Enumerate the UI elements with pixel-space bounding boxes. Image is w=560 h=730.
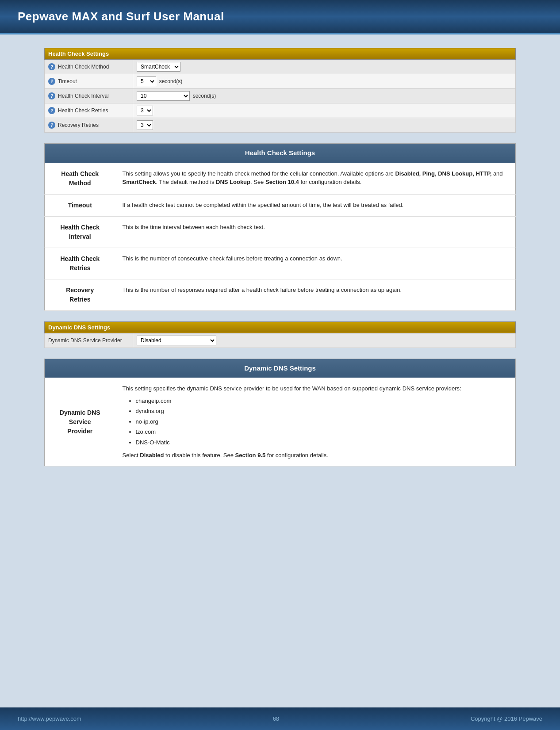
- dns-providers-list: changeip.com dyndns.org no-ip.org tzo.co…: [123, 397, 509, 447]
- health-check-retries-row-label: Health CheckRetries: [45, 248, 115, 279]
- page-footer: http://www.pepwave.com 68 Copyright @ 20…: [0, 707, 560, 730]
- footer-url: http://www.pepwave.com: [18, 715, 81, 722]
- timeout-label: ?Timeout: [45, 74, 133, 89]
- health-check-settings-table: Health Check Settings ?Health Check Meth…: [44, 48, 516, 133]
- heath-check-method-desc: This setting allows you to specify the h…: [115, 163, 516, 194]
- health-check-interval-cell: 10 20 30 second(s): [133, 89, 516, 103]
- recovery-retries-cell: 3 1 2 5: [133, 118, 516, 133]
- recovery-retries-row-label: RecoveryRetries: [45, 279, 115, 310]
- timeout-row-label: Timeout: [45, 194, 115, 216]
- table-row: ?Health Check Retries 3 1 2 5: [45, 103, 516, 118]
- info-row-recovery-retries: RecoveryRetries This is the number of re…: [45, 279, 516, 310]
- table-row: ?Recovery Retries 3 1 2 5: [45, 118, 516, 133]
- health-check-method-cell: SmartCheck Disabled Ping DNS Lookup HTTP: [133, 60, 516, 74]
- info-row-heath-check-method: Heath CheckMethod This setting allows yo…: [45, 163, 516, 194]
- help-icon[interactable]: ?: [48, 92, 55, 99]
- list-item: no-ip.org: [136, 417, 509, 426]
- health-check-interval-label: ?Health Check Interval: [45, 89, 133, 103]
- recovery-retries-desc: This is the number of responses required…: [115, 279, 516, 310]
- list-item: dyndns.org: [136, 407, 509, 416]
- dynamic-dns-info-table: Dynamic DNS Settings Dynamic DNSServiceP…: [44, 359, 516, 466]
- info-row-health-check-interval: Health CheckInterval This is the time in…: [45, 216, 516, 248]
- recovery-retries-select[interactable]: 3 1 2 5: [137, 120, 153, 130]
- page-wrapper: Pepwave MAX and Surf User Manual Health …: [0, 0, 560, 730]
- health-check-method-select[interactable]: SmartCheck Disabled Ping DNS Lookup HTTP: [137, 62, 180, 72]
- help-icon[interactable]: ?: [48, 63, 55, 70]
- timeout-select[interactable]: 5 10 15 20: [137, 76, 156, 86]
- health-check-info-table: Health Check Settings Heath CheckMethod …: [44, 143, 516, 311]
- page-header: Pepwave MAX and Surf User Manual: [0, 0, 560, 34]
- footer-copyright: Copyright @ 2016 Pepwave: [471, 715, 542, 722]
- info-header-row: Health Check Settings: [45, 144, 516, 163]
- dynamic-dns-settings-table: Dynamic DNS Settings Dynamic DNS Service…: [44, 321, 516, 348]
- list-item: changeip.com: [136, 397, 509, 405]
- dns-service-provider-cell: Disabled changeip.com dyndns.org no-ip.o…: [133, 333, 516, 348]
- health-check-settings-title: Health Check Settings: [45, 48, 516, 60]
- recovery-retries-label: ?Recovery Retries: [45, 118, 133, 133]
- dynamic-dns-settings-title: Dynamic DNS Settings: [45, 321, 516, 333]
- info-row-health-check-retries: Health CheckRetries This is the number o…: [45, 248, 516, 279]
- health-check-method-label: ?Health Check Method: [45, 60, 133, 74]
- dns-info-row: Dynamic DNSServiceProvider This setting …: [45, 378, 516, 466]
- page-title: Pepwave MAX and Surf User Manual: [18, 10, 542, 23]
- list-item: DNS-O-Matic: [136, 438, 509, 447]
- dns-info-header-row: Dynamic DNS Settings: [45, 359, 516, 378]
- heath-check-method-label: Heath CheckMethod: [45, 163, 115, 194]
- health-check-interval-select[interactable]: 10 20 30: [137, 91, 190, 101]
- timeout-desc: If a health check test cannot be complet…: [115, 194, 516, 216]
- dns-service-provider-label: Dynamic DNS Service Provider: [45, 333, 133, 348]
- dns-service-provider-row-label: Dynamic DNSServiceProvider: [45, 378, 115, 466]
- dns-service-provider-desc: This setting specifies the dynamic DNS s…: [115, 378, 516, 466]
- health-check-retries-label: ?Health Check Retries: [45, 103, 133, 118]
- health-check-interval-desc: This is the time interval between each h…: [115, 216, 516, 248]
- health-check-info-title: Health Check Settings: [45, 144, 516, 163]
- help-icon[interactable]: ?: [48, 122, 55, 129]
- dns-service-provider-select[interactable]: Disabled changeip.com dyndns.org no-ip.o…: [137, 336, 216, 345]
- health-check-interval-row-label: Health CheckInterval: [45, 216, 115, 248]
- timeout-cell: 5 10 15 20 second(s): [133, 74, 516, 89]
- dns-table-row: Dynamic DNS Service Provider Disabled ch…: [45, 333, 516, 348]
- dynamic-dns-info-title: Dynamic DNS Settings: [45, 359, 516, 378]
- footer-page: 68: [273, 715, 279, 722]
- help-icon[interactable]: ?: [48, 107, 55, 114]
- table-header-row: Health Check Settings: [45, 48, 516, 60]
- help-icon[interactable]: ?: [48, 78, 55, 85]
- table-row: ?Timeout 5 10 15 20 second(s): [45, 74, 516, 89]
- table-row: ?Health Check Interval 10 20 30 second(s…: [45, 89, 516, 103]
- table-row: ?Health Check Method SmartCheck Disabled…: [45, 60, 516, 74]
- info-row-timeout: Timeout If a health check test cannot be…: [45, 194, 516, 216]
- dns-table-header-row: Dynamic DNS Settings: [45, 321, 516, 333]
- health-check-retries-desc: This is the number of consecutive check …: [115, 248, 516, 279]
- content-area: Health Check Settings ?Health Check Meth…: [0, 34, 560, 707]
- list-item: tzo.com: [136, 428, 509, 436]
- health-check-retries-select[interactable]: 3 1 2 5: [137, 106, 153, 115]
- health-check-retries-cell: 3 1 2 5: [133, 103, 516, 118]
